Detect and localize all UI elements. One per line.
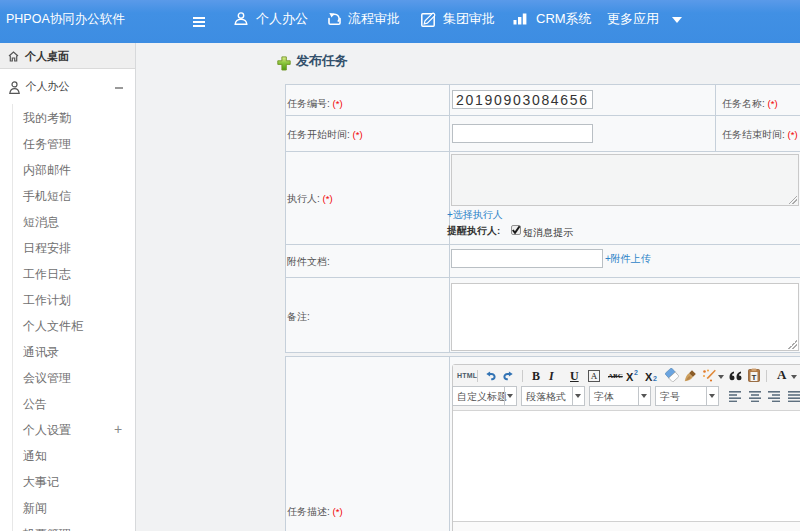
svg-text:T: T [752, 373, 757, 382]
